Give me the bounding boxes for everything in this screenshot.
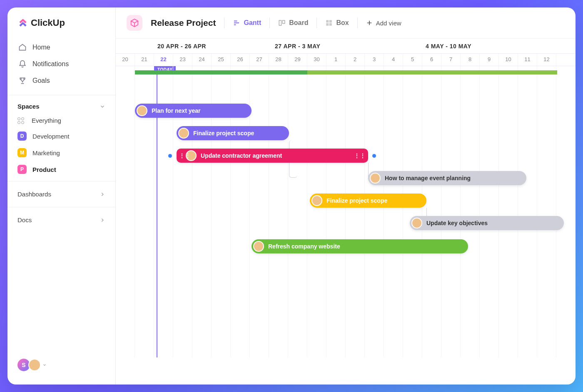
day-cell[interactable]: 22	[154, 54, 173, 66]
grid-column	[422, 66, 441, 357]
user-switcher[interactable]: S	[7, 352, 115, 378]
chevron-down-icon	[42, 363, 47, 367]
cube-icon	[130, 18, 139, 27]
task-bar[interactable]: Finalize project scope	[177, 126, 289, 140]
space-badge: P	[17, 165, 27, 174]
nav-dashboards-label: Dashboards	[17, 191, 51, 198]
progress-segment	[135, 70, 307, 74]
grid-column	[346, 66, 365, 357]
day-cell[interactable]: 25	[212, 54, 231, 66]
space-label: Product	[32, 166, 56, 173]
assignee-avatar[interactable]	[178, 128, 189, 139]
dependency-handle-end[interactable]	[372, 154, 376, 158]
task-label: Update contractor agreement	[201, 152, 282, 159]
chevron-right-icon	[100, 191, 105, 197]
day-cell[interactable]: 28	[269, 54, 288, 66]
space-everything[interactable]: Everything	[7, 113, 115, 128]
assignee-avatar[interactable]	[370, 173, 381, 184]
day-cell[interactable]: 9	[480, 54, 499, 66]
task-bar[interactable]: Refresh company website	[252, 239, 468, 253]
svg-rect-4	[283, 20, 285, 24]
svg-rect-6	[329, 20, 332, 22]
assignee-avatar[interactable]	[411, 218, 422, 228]
grid-column	[250, 66, 269, 357]
space-development[interactable]: D Development	[7, 128, 115, 144]
space-marketing[interactable]: M Marketing	[7, 144, 115, 161]
brand-logo[interactable]: ClickUp	[7, 17, 115, 37]
clickup-logo-icon	[17, 17, 28, 28]
home-icon	[18, 43, 27, 52]
svg-rect-8	[329, 23, 332, 26]
view-tab-gantt[interactable]: Gantt	[233, 19, 261, 27]
day-cell[interactable]: 1	[326, 54, 346, 66]
spaces-header[interactable]: Spaces	[7, 99, 115, 113]
separator	[269, 17, 270, 28]
resize-handle-right[interactable]: ⋮⋮	[354, 152, 366, 159]
separator	[357, 17, 358, 28]
resize-handle-left[interactable]: ⋮⋮	[179, 152, 191, 159]
dependency-handle-start[interactable]	[168, 154, 172, 158]
day-cell[interactable]: 5	[403, 54, 422, 66]
nav-dashboards[interactable]: Dashboards	[7, 185, 115, 203]
separator	[224, 17, 224, 28]
day-cell[interactable]: 3	[365, 54, 384, 66]
divider	[7, 95, 115, 95]
day-cell[interactable]: 30	[307, 54, 326, 66]
add-view-button[interactable]: Add view	[366, 20, 401, 27]
assignee-avatar[interactable]	[137, 105, 147, 116]
grid-column	[499, 66, 518, 357]
day-cell[interactable]: 2	[346, 54, 365, 66]
plus-icon	[366, 20, 373, 26]
day-cell[interactable]: 12	[537, 54, 556, 66]
day-cell[interactable]: 8	[461, 54, 480, 66]
day-cell[interactable]: 27	[250, 54, 269, 66]
day-cell[interactable]: 24	[192, 54, 212, 66]
view-tab-box[interactable]: Box	[325, 19, 349, 27]
view-tab-label: Gantt	[244, 19, 261, 27]
day-cell[interactable]: 6	[422, 54, 441, 66]
day-cell[interactable]: 20	[116, 54, 135, 66]
assignee-avatar[interactable]	[253, 241, 264, 252]
view-tab-board[interactable]: Board	[278, 19, 308, 27]
day-cell[interactable]: 4	[384, 54, 403, 66]
task-label: Update key objectives	[426, 220, 488, 226]
space-product[interactable]: P Product	[7, 161, 115, 178]
day-cell[interactable]: 29	[288, 54, 307, 66]
day-cell[interactable]: 10	[499, 54, 518, 66]
svg-rect-7	[326, 23, 329, 26]
svg-rect-3	[279, 20, 281, 25]
add-view-label: Add view	[376, 20, 401, 27]
project-title: Release Project	[151, 18, 216, 28]
task-bar[interactable]: Plan for next year	[135, 104, 252, 118]
day-cell[interactable]: 23	[173, 54, 192, 66]
nav-docs[interactable]: Docs	[7, 211, 115, 229]
gantt-body[interactable]: TODAY Plan for next yearFinalize project…	[116, 66, 576, 357]
task-bar[interactable]: Update contractor agreement⋮⋮⋮⋮	[177, 149, 368, 163]
grid-column	[537, 66, 556, 357]
grid-column	[365, 66, 384, 357]
day-cell[interactable]: 26	[231, 54, 250, 66]
week-header: 27 APR - 3 MAY	[250, 39, 384, 53]
task-bar[interactable]: How to manage event planning	[368, 171, 526, 185]
day-cell[interactable]: 11	[518, 54, 537, 66]
grid-column	[326, 66, 346, 357]
grid-column	[480, 66, 499, 357]
week-header: 20 APR - 26 APR	[116, 39, 250, 53]
board-icon	[278, 19, 286, 27]
nav-notifications[interactable]: Notifications	[14, 56, 109, 72]
nav-goals[interactable]: Goals	[14, 72, 109, 89]
assignee-avatar[interactable]	[311, 195, 322, 206]
nav-notifications-label: Notifications	[32, 60, 69, 68]
week-header-row: 20 APR - 26 APR 27 APR - 3 MAY 4 MAY - 1…	[116, 39, 576, 54]
task-bar[interactable]: Finalize project scope	[310, 194, 426, 208]
nav-home[interactable]: Home	[14, 39, 109, 56]
task-bar[interactable]: Update key objectives	[410, 216, 564, 230]
topbar: Release Project Gantt Board Box Add view	[116, 7, 576, 39]
view-tab-label: Box	[336, 19, 349, 27]
day-cell[interactable]: 21	[135, 54, 154, 66]
space-everything-label: Everything	[32, 117, 61, 124]
day-cell[interactable]: 7	[441, 54, 461, 66]
divider	[7, 181, 115, 181]
bell-icon	[18, 60, 27, 68]
project-icon[interactable]	[127, 15, 142, 31]
